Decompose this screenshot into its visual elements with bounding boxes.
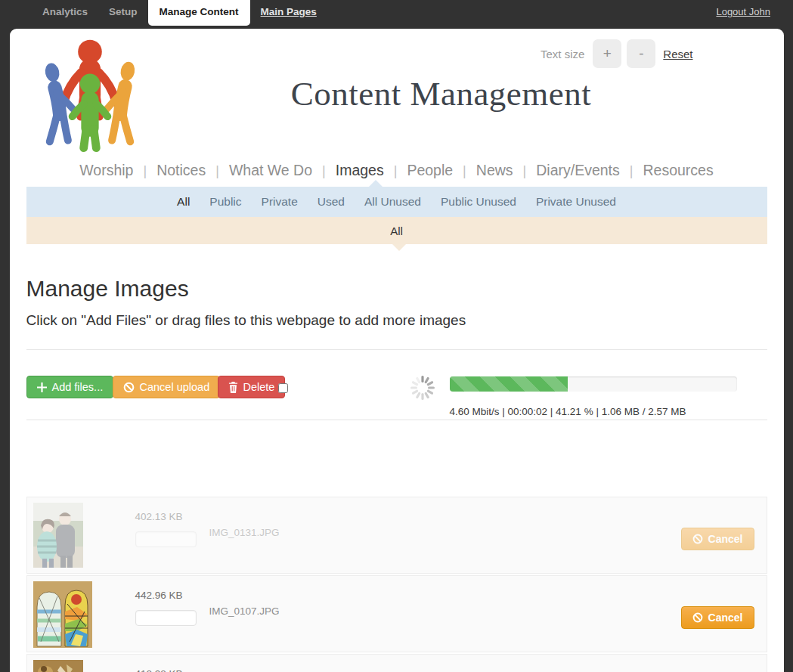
ban-icon	[692, 612, 703, 623]
nav-item-notices[interactable]: Notices	[133, 162, 206, 179]
filter-item-used[interactable]: Used	[318, 195, 345, 209]
text-size-controls: Text size + - Reset	[541, 39, 693, 68]
instructions-text: Click on "Add Files" or drag files to th…	[26, 312, 767, 329]
filter-bar: All Public Private Used All Unused Publi…	[26, 187, 767, 217]
active-filter-pointer-icon	[392, 244, 406, 251]
ban-icon	[123, 382, 135, 393]
file-name: IMG_0131.JPG	[209, 527, 280, 538]
topbar: Analytics Setup Manage Content Main Page…	[0, 0, 793, 29]
logout-link[interactable]: Logout John	[716, 6, 770, 17]
file-progress-bar	[135, 531, 197, 547]
spinner-icon	[409, 374, 436, 401]
page-heading: Manage Images	[26, 276, 767, 302]
delete-button[interactable]: Delete	[218, 376, 286, 398]
file-name: IMG_0107.JPG	[209, 605, 280, 617]
text-size-reset-link[interactable]: Reset	[663, 48, 692, 60]
file-row: 402.13 KB IMG_0131.JPG Cancel	[26, 497, 767, 574]
nav-item-news[interactable]: News	[453, 162, 513, 179]
filter-item-public[interactable]: Public	[209, 195, 241, 209]
file-cancel-label: Cancel	[708, 533, 743, 545]
section-nav: Worship Notices What We Do Images People…	[10, 162, 784, 179]
select-all-checkbox[interactable]	[278, 383, 288, 393]
nav-item-what-we-do[interactable]: What We Do	[206, 162, 312, 179]
cancel-upload-label: Cancel upload	[140, 381, 210, 393]
delete-label: Delete	[243, 381, 275, 393]
nav-item-resources[interactable]: Resources	[620, 162, 714, 179]
tab-main-pages[interactable]: Main Pages	[250, 0, 327, 17]
cancel-upload-button[interactable]: Cancel upload	[113, 376, 221, 398]
file-upload-list: 402.13 KB IMG_0131.JPG Cancel	[26, 497, 767, 672]
filter-item-all[interactable]: All	[177, 195, 190, 209]
card-header: Text size + - Reset	[10, 29, 784, 187]
filter-item-public-unused[interactable]: Public Unused	[441, 195, 516, 209]
text-size-decrease-button[interactable]: -	[627, 39, 655, 68]
nav-item-people[interactable]: People	[384, 162, 453, 179]
active-section-pointer-icon	[369, 180, 383, 187]
file-cancel-button[interactable]: Cancel	[681, 606, 754, 629]
file-size: 402.13 KB	[135, 511, 183, 522]
file-thumbnail	[33, 581, 92, 648]
file-size: 442.96 KB	[135, 590, 183, 601]
tab-manage-content[interactable]: Manage Content	[148, 0, 250, 26]
topbar-tabs: Analytics Setup Manage Content Main Page…	[32, 0, 327, 26]
filter-item-private-unused[interactable]: Private Unused	[536, 195, 616, 209]
file-size: 418.38 KB	[135, 668, 183, 672]
file-row: 418.38 KB	[26, 654, 767, 672]
file-cancel-label: Cancel	[708, 612, 743, 624]
content-card: Text size + - Reset	[10, 29, 784, 672]
filter-item-all-unused[interactable]: All Unused	[364, 195, 421, 209]
file-row: 442.96 KB IMG_0107.JPG Cancel	[26, 575, 767, 652]
ban-icon	[692, 534, 703, 544]
add-files-label: Add files...	[52, 381, 104, 393]
add-files-button[interactable]: Add files...	[26, 376, 114, 398]
tab-analytics[interactable]: Analytics	[32, 0, 98, 17]
upload-progress-bar	[450, 376, 737, 392]
nav-item-worship[interactable]: Worship	[79, 162, 133, 179]
upload-progress-fill	[450, 376, 568, 392]
upload-stats: 4.60 Mbit/s | 00:00:02 | 41.21 % | 1.06 …	[450, 406, 686, 417]
filter-item-private[interactable]: Private	[262, 195, 298, 209]
file-cancel-button[interactable]: Cancel	[681, 528, 754, 550]
nav-item-diary-events[interactable]: Diary/Events	[513, 162, 620, 179]
upload-toolbar: Add files... Cancel upload Delete	[26, 350, 767, 420]
sub-filter-item-all[interactable]: All	[390, 225, 403, 237]
nav-item-images[interactable]: Images	[312, 162, 384, 179]
text-size-label: Text size	[541, 48, 584, 60]
trash-icon	[228, 382, 238, 393]
file-thumbnail	[33, 660, 83, 672]
text-size-increase-button[interactable]: +	[593, 39, 621, 68]
sub-filter-bar: All	[26, 217, 767, 244]
file-progress-bar	[135, 610, 197, 626]
file-thumbnail	[33, 503, 83, 568]
page-title: Content Management	[10, 74, 784, 113]
tab-setup[interactable]: Setup	[98, 0, 148, 17]
plus-icon	[37, 382, 47, 392]
